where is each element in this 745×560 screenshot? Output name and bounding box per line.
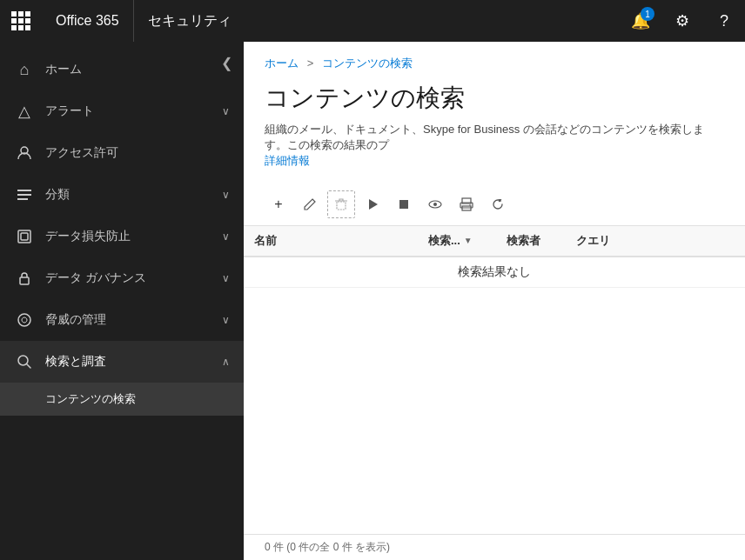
add-button[interactable]: + (265, 190, 292, 218)
svg-point-8 (18, 356, 28, 365)
breadcrumb-current: コンテンツの検索 (322, 57, 413, 70)
sidebar-item-home-label: ホーム (45, 62, 230, 77)
svg-point-13 (433, 203, 437, 206)
sidebar-item-threats[interactable]: 脅威の管理 ∨ (0, 299, 244, 341)
gear-icon: ⚙ (675, 11, 689, 30)
play-button[interactable] (359, 190, 386, 218)
stop-button[interactable] (390, 190, 418, 218)
sidebar-subitem-content-search[interactable]: コンテンツの検索 (0, 383, 244, 416)
lock-icon (14, 268, 35, 289)
search-table: 名前 検索... ▼ 検索者 クエリ 検索結果なし (244, 226, 745, 288)
col-header-query: クエリ (566, 226, 670, 257)
sidebar: ❮ ⌂ ホーム △ アラート ∨ アクセス許可 (0, 42, 244, 560)
chevron-down-icon-5: ∨ (222, 314, 230, 326)
delete-button[interactable] (327, 190, 355, 218)
sidebar-subitem-content-search-label: コンテンツの検索 (45, 391, 136, 407)
status-bar: 0 件 (0 件の全 0 件 を表示) (244, 534, 745, 560)
svg-rect-4 (18, 230, 30, 243)
breadcrumb-home[interactable]: ホーム (265, 57, 299, 70)
sidebar-item-alerts[interactable]: △ アラート ∨ (0, 90, 244, 132)
help-button[interactable]: ? (703, 0, 745, 42)
waffle-button[interactable] (0, 0, 42, 42)
edit-icon (303, 197, 317, 211)
svg-point-17 (469, 204, 471, 206)
header-icons: 🔔 1 ⚙ ? (620, 0, 745, 42)
notification-badge: 1 (641, 7, 654, 21)
header: Office 365 セキュリティ 🔔 1 ⚙ ? (0, 0, 745, 42)
main-content: ホーム > コンテンツの検索 コンテンツの検索 組織のメール、ドキュメント、Sk… (244, 42, 745, 560)
alert-icon: △ (14, 101, 35, 122)
status-dropdown-arrow[interactable]: ▼ (464, 236, 473, 245)
breadcrumb: ホーム > コンテンツの検索 (244, 42, 745, 78)
breadcrumb-separator: > (307, 57, 317, 70)
svg-rect-2 (17, 194, 31, 196)
chevron-down-icon-3: ∨ (222, 230, 230, 243)
dlp-icon (14, 226, 35, 247)
preview-button[interactable] (421, 190, 449, 218)
chevron-down-icon-4: ∨ (222, 272, 230, 284)
svg-marker-10 (369, 199, 378, 210)
edit-button[interactable] (296, 190, 324, 218)
play-icon (366, 197, 379, 211)
notification-button[interactable]: 🔔 1 (620, 0, 661, 42)
waffle-icon (11, 11, 30, 30)
sidebar-item-classify-label: 分類 (45, 187, 222, 203)
chevron-down-icon-2: ∨ (222, 189, 230, 201)
search-icon (14, 351, 35, 372)
toolbar: + (244, 183, 745, 226)
threats-icon (14, 310, 35, 330)
sidebar-item-classify[interactable]: 分類 ∨ (0, 174, 244, 216)
no-results-text: 検索結果なし (244, 257, 745, 288)
app-name: Office 365 (42, 0, 134, 42)
sidebar-item-data-gov[interactable]: データ ガバナンス ∨ (0, 257, 244, 299)
stop-icon (397, 197, 411, 211)
home-icon: ⌂ (14, 59, 35, 80)
col-header-status: 検索... ▼ (418, 226, 496, 257)
print-button[interactable] (453, 190, 480, 218)
help-icon: ? (720, 12, 728, 30)
chevron-down-icon: ∨ (222, 105, 230, 117)
access-icon (14, 143, 35, 163)
svg-rect-5 (21, 233, 28, 240)
description-text: 組織のメール、ドキュメント、Skype for Business の会話などのコ… (265, 123, 704, 151)
sidebar-item-search-label: 検索と調査 (45, 354, 222, 370)
sidebar-item-dlp[interactable]: データ損失防止 ∨ (0, 216, 244, 257)
sidebar-nav: ⌂ ホーム △ アラート ∨ アクセス許可 (0, 42, 244, 560)
no-results-row: 検索結果なし (244, 257, 745, 288)
section-name: セキュリティ (134, 12, 620, 30)
svg-rect-9 (337, 202, 346, 210)
sidebar-item-access-label: アクセス許可 (45, 145, 230, 161)
sidebar-item-search[interactable]: 検索と調査 ∧ (0, 341, 244, 383)
print-icon (460, 197, 473, 211)
sidebar-item-data-gov-label: データ ガバナンス (45, 270, 222, 286)
col-header-author: 検索者 (496, 226, 566, 257)
preview-icon (428, 197, 442, 211)
description-link[interactable]: 詳細情報 (265, 154, 310, 167)
classify-icon (14, 184, 35, 205)
svg-rect-3 (17, 198, 28, 200)
sidebar-item-threats-label: 脅威の管理 (45, 312, 222, 328)
sidebar-item-home[interactable]: ⌂ ホーム (0, 49, 244, 90)
sidebar-item-alerts-label: アラート (45, 103, 222, 119)
svg-rect-11 (399, 200, 408, 209)
refresh-icon (491, 197, 505, 211)
delete-icon (334, 197, 348, 211)
chevron-up-icon: ∧ (222, 356, 230, 368)
sidebar-item-dlp-label: データ損失防止 (45, 229, 222, 244)
refresh-button[interactable] (484, 190, 512, 218)
page-title: コンテンツの検索 (244, 78, 745, 122)
page-description: 組織のメール、ドキュメント、Skype for Business の会話などのコ… (244, 122, 745, 183)
sidebar-item-access[interactable]: アクセス許可 (0, 132, 244, 174)
svg-rect-1 (17, 190, 31, 191)
col-header-empty (670, 226, 745, 257)
col-header-name: 名前 (244, 226, 418, 257)
svg-point-7 (18, 314, 30, 326)
layout: ❮ ⌂ ホーム △ アラート ∨ アクセス許可 (0, 42, 745, 560)
svg-rect-6 (20, 277, 29, 284)
settings-button[interactable]: ⚙ (661, 0, 703, 42)
